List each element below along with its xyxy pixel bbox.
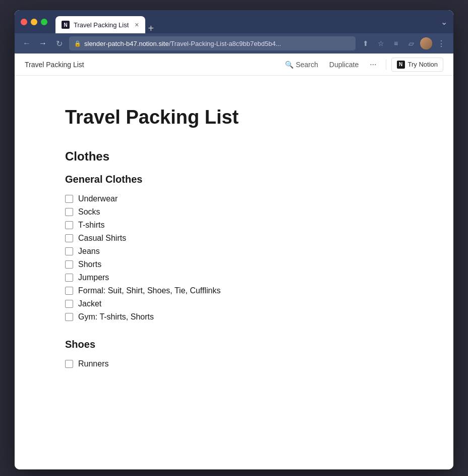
list-item: Jumpers [65, 271, 403, 284]
share-icon[interactable]: ⬆ [360, 37, 372, 49]
list-item: Jacket [65, 297, 403, 310]
url-text: slender-patch-b47.notion.site/Travel-Pac… [84, 40, 350, 47]
item-label: Jumpers [78, 273, 109, 282]
reading-list-icon[interactable]: ≡ [390, 37, 402, 49]
try-notion-button[interactable]: N Try Notion [391, 58, 443, 72]
list-item: Runners [65, 357, 403, 371]
checkbox[interactable] [65, 221, 73, 229]
url-domain: slender-patch-b47.notion.site [84, 40, 169, 47]
item-label: T-shirts [78, 221, 104, 230]
maximize-button[interactable] [41, 19, 47, 25]
search-label: Search [296, 61, 318, 69]
duplicate-button[interactable]: Duplicate [325, 59, 363, 71]
list-item: Casual Shirts [65, 232, 403, 245]
subsection-shoes: Shoes Runners [65, 339, 403, 371]
browser-more-icon[interactable]: ⋮ [435, 37, 447, 49]
breadcrumb: Travel Packing List [25, 61, 275, 69]
item-label: Runners [78, 359, 108, 368]
list-item: T-shirts [65, 219, 403, 232]
subsection-general-clothes: General Clothes Underwear Socks T-shirts [65, 174, 403, 324]
section-heading-clothes: Clothes [65, 149, 403, 164]
list-item: Underwear [65, 192, 403, 205]
close-button[interactable] [21, 19, 27, 25]
address-bar: ← → ↻ 🔒 slender-patch-b47.notion.site/Tr… [15, 33, 453, 54]
checkbox[interactable] [65, 274, 73, 282]
search-button[interactable]: 🔍 Search [281, 59, 322, 71]
lock-icon: 🔒 [74, 40, 81, 47]
item-label: Casual Shirts [78, 234, 126, 243]
list-item: Shorts [65, 258, 403, 271]
item-label: Shorts [78, 260, 101, 269]
back-button[interactable]: ← [21, 37, 33, 49]
active-tab[interactable]: N Travel Packing List × [55, 16, 145, 33]
subsection-heading-shoes: Shoes [65, 339, 403, 350]
item-label: Socks [78, 207, 100, 217]
url-bar[interactable]: 🔒 slender-patch-b47.notion.site/Travel-P… [69, 36, 356, 50]
item-label: Gym: T-shirts, Shorts [78, 312, 154, 322]
section-clothes: Clothes General Clothes Underwear Socks [65, 149, 403, 371]
checkbox[interactable] [65, 234, 73, 242]
search-icon: 🔍 [285, 61, 294, 69]
checkbox[interactable] [65, 360, 73, 368]
tab-close-icon[interactable]: × [135, 21, 139, 29]
browser-window: N Travel Packing List × + ⌄ ← → ↻ 🔒 slen… [15, 10, 453, 469]
checkbox[interactable] [65, 260, 73, 269]
url-path: /Travel-Packing-List-a8c9bb7ebd5b4... [169, 40, 281, 47]
checkbox[interactable] [65, 208, 73, 216]
list-item: Formal: Suit, Shirt, Shoes, Tie, Cufflin… [65, 284, 403, 297]
general-clothes-list: Underwear Socks T-shirts Casual Shirts [65, 192, 403, 324]
refresh-button[interactable]: ↻ [53, 37, 65, 49]
try-notion-label: Try Notion [408, 61, 438, 68]
subsection-heading-general-clothes: General Clothes [65, 174, 403, 185]
bookmark-icon[interactable]: ☆ [375, 37, 387, 49]
item-label: Jacket [78, 299, 101, 308]
tabs-area: N Travel Packing List × + [55, 10, 437, 33]
checkbox[interactable] [65, 287, 73, 295]
minimize-button[interactable] [31, 19, 37, 25]
avatar-image [420, 37, 432, 49]
item-label: Underwear [78, 194, 118, 203]
checkbox[interactable] [65, 195, 73, 203]
item-label: Formal: Suit, Shirt, Shoes, Tie, Cufflin… [78, 286, 220, 295]
notion-actions: 🔍 Search Duplicate ··· N Try Notion [281, 58, 443, 72]
new-tab-button[interactable]: + [148, 23, 154, 33]
header-divider [386, 60, 386, 70]
list-item: Jeans [65, 245, 403, 258]
tab-title: Travel Packing List [74, 21, 129, 29]
avatar[interactable] [420, 37, 432, 49]
title-bar: N Travel Packing List × + ⌄ [15, 10, 453, 33]
shoes-list: Runners [65, 357, 403, 371]
split-view-icon[interactable]: ▱ [405, 37, 417, 49]
notion-logo-icon: N [397, 61, 405, 69]
list-item: Socks [65, 205, 403, 219]
notion-header: Travel Packing List 🔍 Search Duplicate ·… [15, 54, 453, 76]
item-label: Jeans [78, 247, 100, 256]
forward-button[interactable]: → [37, 37, 49, 49]
notion-more-icon[interactable]: ··· [366, 58, 380, 71]
checkbox[interactable] [65, 247, 73, 255]
traffic-lights [21, 19, 47, 25]
tab-favicon: N [62, 21, 70, 29]
url-actions: ⬆ ☆ ≡ ▱ ⋮ [360, 37, 447, 49]
list-item: Gym: T-shirts, Shorts [65, 310, 403, 324]
page-content: Travel Packing List Clothes General Clot… [15, 76, 453, 469]
window-expand-button[interactable]: ⌄ [441, 17, 447, 27]
checkbox[interactable] [65, 300, 73, 308]
page-title: Travel Packing List [65, 106, 403, 129]
checkbox[interactable] [65, 313, 73, 321]
